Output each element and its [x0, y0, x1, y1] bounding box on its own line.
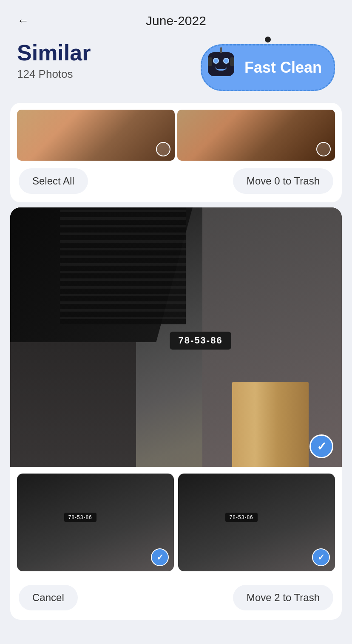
hero-section: Similar 124 Photos — [0, 37, 352, 98]
robot-ear-right — [230, 57, 234, 66]
move-to-trash-button[interactable]: Move 0 to Trash — [233, 168, 333, 194]
photo-count: 124 Photos — [17, 68, 91, 81]
top-similar-card: Select All Move 0 to Trash — [10, 103, 342, 202]
main-check-badge[interactable]: ✓ — [309, 434, 333, 458]
thumbnail-1[interactable] — [17, 110, 175, 161]
sub-check-badge-1[interactable]: ✓ — [151, 548, 169, 566]
robot-antenna — [220, 47, 222, 53]
sub-check-icon-1: ✓ — [156, 552, 164, 562]
fast-clean-button[interactable]: Fast Clean — [201, 44, 335, 91]
robot-ear-left — [208, 57, 212, 66]
sub-number-sign-2: 78-53-86 — [225, 513, 258, 522]
sub-room-bg-2: 78-53-86 — [178, 474, 335, 571]
slat-panel — [60, 207, 186, 324]
thumbnails-row — [10, 103, 342, 161]
hero-text: Similar 124 Photos — [17, 41, 91, 81]
header: ← June-2022 — [0, 0, 352, 37]
hero-title: Similar — [17, 41, 91, 65]
sub-check-badge-2[interactable]: ✓ — [312, 548, 330, 566]
back-button[interactable]: ← — [17, 14, 29, 28]
back-icon: ← — [17, 14, 29, 27]
robot-icon — [208, 52, 238, 83]
thumb-image-1 — [17, 110, 175, 161]
sub-thumbnails: 78-53-86 ✓ 78-53-86 ✓ — [10, 467, 342, 578]
sub-number-sign-1: 78-53-86 — [64, 513, 97, 522]
main-move-to-trash-button[interactable]: Move 2 to Trash — [233, 585, 333, 610]
sub-thumbnail-1[interactable]: 78-53-86 ✓ — [17, 474, 174, 571]
cancel-button[interactable]: Cancel — [19, 585, 78, 610]
thumbnail-2[interactable] — [177, 110, 335, 161]
sub-check-icon-2: ✓ — [318, 552, 325, 562]
thumb-select-circle-1[interactable] — [156, 142, 170, 156]
robot-face — [208, 52, 234, 76]
room-background: 78-53-86 — [10, 207, 342, 467]
robot-dot — [265, 37, 271, 43]
sub-room-bg-1: 78-53-86 — [17, 474, 174, 571]
main-photo[interactable]: 78-53-86 ✓ — [10, 207, 342, 467]
wood-door — [232, 382, 309, 467]
number-sign: 78-53-86 — [170, 332, 231, 349]
thumb-select-circle-2[interactable] — [316, 142, 331, 156]
main-card-actions: Cancel Move 2 to Trash — [10, 578, 342, 620]
header-title: June-2022 — [146, 14, 206, 28]
robot-ears — [208, 57, 234, 66]
sub-thumbnail-2[interactable]: 78-53-86 ✓ — [178, 474, 335, 571]
check-icon: ✓ — [317, 440, 326, 454]
robot-mouth — [215, 66, 227, 71]
select-all-button[interactable]: Select All — [19, 168, 88, 194]
thumb-image-2 — [177, 110, 335, 161]
main-photo-card: 78-53-86 ✓ 78-53-86 ✓ 78-53-86 ✓ Cancel — [10, 207, 342, 620]
fast-clean-label: Fast Clean — [244, 59, 322, 77]
top-card-actions: Select All Move 0 to Trash — [10, 161, 342, 202]
fast-clean-area: Fast Clean — [201, 37, 335, 91]
